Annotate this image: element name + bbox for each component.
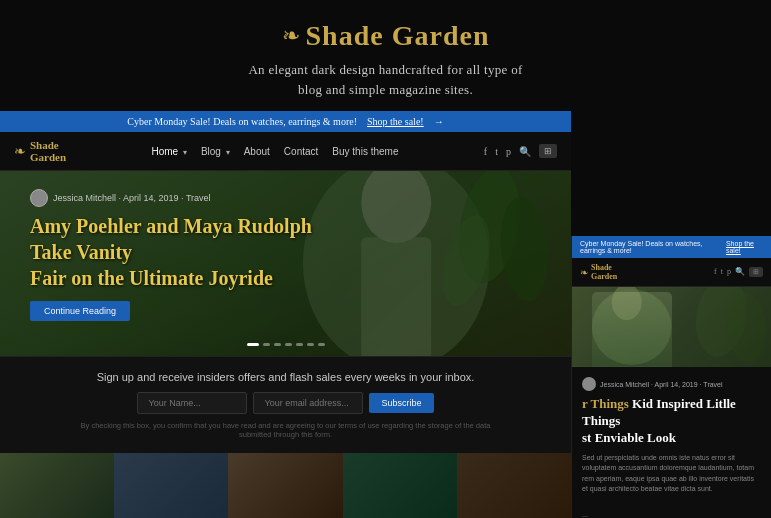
rp-nav-logo[interactable]: ❧ ShadeGarden [580, 263, 617, 281]
logo-leaf-icon: ❧ [282, 23, 300, 49]
nav-social: f t p 🔍 ⊞ [484, 144, 557, 158]
rp-logo-text: ShadeGarden [591, 263, 617, 281]
carousel-dot-6[interactable] [307, 343, 314, 346]
hero-author-info: Jessica Mitchell · April 14, 2019 · Trav… [30, 189, 330, 207]
announcement-text: Cyber Monday Sale! Deals on watches, ear… [127, 116, 357, 127]
rp-search-icon[interactable]: 🔍 [735, 267, 745, 277]
nav-link-home[interactable]: Home ▾ [151, 146, 186, 157]
site-title: Shade Garden [306, 20, 490, 52]
nav-logo-text: ShadeGarden [30, 139, 66, 163]
thumb-item-5[interactable] [457, 453, 571, 518]
cart-button[interactable]: ⊞ [539, 144, 557, 158]
nav-link-buy-theme[interactable]: Buy this theme [332, 146, 398, 157]
nav-bar: ❧ ShadeGarden Home ▾ Blog ▾ About Contac… [0, 132, 571, 171]
nav-logo-icon: ❧ [14, 143, 26, 160]
rp-meta-text: Jessica Mitchell · April 14, 2019 · Trav… [600, 381, 723, 388]
rp-hero-overlay [572, 287, 771, 367]
carousel-dot-7[interactable] [318, 343, 325, 346]
hero-title: Amy Poehler and Maya Rudolph Take Vanity… [30, 213, 330, 291]
rp-cart-button[interactable]: ⊞ [749, 267, 763, 277]
newsletter-subscribe-button[interactable]: Subscribe [369, 393, 433, 413]
nav-link-contact[interactable]: Contact [284, 146, 318, 157]
rp-article: Jessica Mitchell · April 14, 2019 · Trav… [572, 367, 771, 518]
logo-area: ❧ Shade Garden [0, 20, 771, 52]
newsletter-title: Sign up and receive insiders offers and … [80, 371, 491, 383]
hero-carousel-dots [247, 343, 325, 346]
rp-hero-image [572, 287, 771, 367]
rp-announcement-text: Cyber Monday Sale! Deals on watches, ear… [580, 240, 726, 254]
nav-link-about[interactable]: About [244, 146, 270, 157]
nav-link-blog[interactable]: Blog ▾ [201, 146, 230, 157]
rp-facebook-icon[interactable]: f [714, 267, 717, 277]
hero-content: Jessica Mitchell · April 14, 2019 · Trav… [30, 189, 330, 321]
carousel-dot-3[interactable] [274, 343, 281, 346]
thumbnail-strip [0, 453, 571, 518]
facebook-icon[interactable]: f [484, 146, 487, 157]
newsletter-name-input[interactable] [137, 392, 247, 414]
announcement-link[interactable]: Shop the sale! [367, 116, 424, 127]
newsletter-disclaimer: By checking this box, you confirm that y… [80, 421, 491, 439]
newsletter-section: Sign up and receive insiders offers and … [0, 356, 571, 453]
carousel-dot-1[interactable] [247, 343, 259, 346]
rp-announcement-bar: Cyber Monday Sale! Deals on watches, ear… [572, 236, 771, 258]
main-layout: Cyber Monday Sale! Deals on watches, ear… [0, 111, 771, 518]
hero-continue-reading-button[interactable]: Continue Reading [30, 301, 130, 321]
hero-author-text: Jessica Mitchell · April 14, 2019 · Trav… [53, 193, 211, 203]
site-tagline: An elegant dark design handcrafted for a… [0, 60, 771, 99]
newsletter-form: Subscribe [80, 392, 491, 414]
hero-section: Jessica Mitchell · April 14, 2019 · Trav… [0, 171, 571, 356]
thumb-item-3[interactable] [228, 453, 342, 518]
main-content: Cyber Monday Sale! Deals on watches, ear… [0, 111, 571, 518]
rp-article-excerpt: Sed ut perspiciatis unde omnis iste natu… [582, 453, 761, 495]
rp-article-title: r Things Kid Inspired Litlle Things st E… [582, 396, 761, 447]
thumb-item-2[interactable] [114, 453, 228, 518]
rp-nav-social: f t p 🔍 ⊞ [714, 267, 763, 277]
rp-article-meta: Jessica Mitchell · April 14, 2019 · Trav… [582, 377, 761, 391]
announcement-arrow: → [434, 116, 444, 127]
thumb-item-4[interactable] [343, 453, 457, 518]
rp-pinterest-icon[interactable]: p [727, 267, 731, 277]
rp-author-avatar [582, 377, 596, 391]
newsletter-email-input[interactable] [253, 392, 363, 414]
carousel-dot-4[interactable] [285, 343, 292, 346]
carousel-dot-5[interactable] [296, 343, 303, 346]
rp-logo-icon: ❧ [580, 267, 588, 278]
thumb-item-1[interactable] [0, 453, 114, 518]
rp-read-more-link[interactable]: ... [582, 511, 588, 518]
right-panel: Cyber Monday Sale! Deals on watches, ear… [571, 236, 771, 518]
rp-announcement-link[interactable]: Shop the sale! [726, 240, 763, 254]
pinterest-icon[interactable]: p [506, 146, 511, 157]
announcement-bar: Cyber Monday Sale! Deals on watches, ear… [0, 111, 571, 132]
nav-logo[interactable]: ❧ ShadeGarden [14, 139, 66, 163]
author-avatar [30, 189, 48, 207]
twitter-icon[interactable]: t [495, 146, 498, 157]
svg-rect-15 [361, 237, 431, 356]
rp-twitter-icon[interactable]: t [721, 267, 723, 277]
carousel-dot-2[interactable] [263, 343, 270, 346]
rp-nav-bar: ❧ ShadeGarden f t p 🔍 ⊞ [572, 258, 771, 287]
page-header: ❧ Shade Garden An elegant dark design ha… [0, 0, 771, 111]
search-icon[interactable]: 🔍 [519, 146, 531, 157]
nav-links: Home ▾ Blog ▾ About Contact Buy this the… [151, 146, 398, 157]
